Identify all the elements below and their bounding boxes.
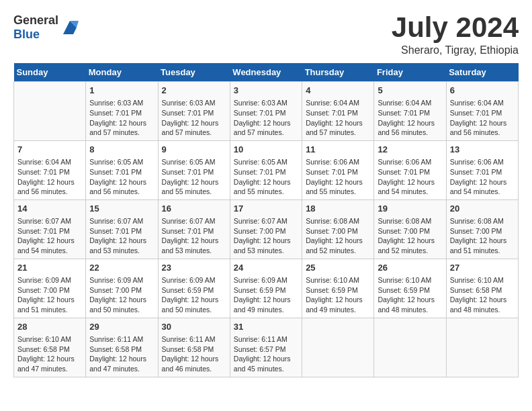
calendar-cell: 6Sunrise: 6:04 AM Sunset: 7:01 PM Daylig… <box>446 82 518 141</box>
calendar-cell <box>14 82 86 141</box>
day-info: Sunrise: 6:10 AM Sunset: 6:58 PM Dayligh… <box>17 334 82 374</box>
calendar-cell: 9Sunrise: 6:05 AM Sunset: 7:01 PM Daylig… <box>158 140 230 199</box>
day-number: 1 <box>89 85 154 97</box>
day-info: Sunrise: 6:06 AM Sunset: 7:01 PM Dayligh… <box>306 157 370 197</box>
day-info: Sunrise: 6:11 AM Sunset: 6:58 PM Dayligh… <box>162 334 226 374</box>
day-number: 3 <box>234 85 298 97</box>
day-info: Sunrise: 6:07 AM Sunset: 7:01 PM Dayligh… <box>162 216 226 256</box>
day-number: 30 <box>162 321 226 333</box>
day-number: 2 <box>162 85 226 97</box>
calendar-cell: 7Sunrise: 6:04 AM Sunset: 7:01 PM Daylig… <box>14 140 86 199</box>
day-number: 13 <box>450 144 515 156</box>
calendar-week-5: 28Sunrise: 6:10 AM Sunset: 6:58 PM Dayli… <box>14 318 519 377</box>
day-number: 25 <box>306 262 370 274</box>
logo: General Blue <box>13 13 80 42</box>
calendar-cell: 8Sunrise: 6:05 AM Sunset: 7:01 PM Daylig… <box>86 140 158 199</box>
day-info: Sunrise: 6:06 AM Sunset: 7:01 PM Dayligh… <box>450 157 515 197</box>
calendar-cell: 20Sunrise: 6:08 AM Sunset: 7:00 PM Dayli… <box>446 199 518 259</box>
day-info: Sunrise: 6:03 AM Sunset: 7:01 PM Dayligh… <box>89 98 154 138</box>
day-info: Sunrise: 6:03 AM Sunset: 7:01 PM Dayligh… <box>234 98 298 138</box>
day-number: 5 <box>378 85 442 97</box>
col-thursday: Thursday <box>302 63 374 82</box>
logo-text: General Blue <box>13 13 58 42</box>
calendar-cell: 16Sunrise: 6:07 AM Sunset: 7:01 PM Dayli… <box>158 199 230 259</box>
col-monday: Monday <box>86 63 158 82</box>
logo-general: General <box>13 13 58 27</box>
col-wednesday: Wednesday <box>230 63 302 82</box>
day-number: 23 <box>162 262 226 274</box>
day-info: Sunrise: 6:04 AM Sunset: 7:01 PM Dayligh… <box>378 98 442 138</box>
logo-icon <box>60 17 80 38</box>
day-info: Sunrise: 6:10 AM Sunset: 6:59 PM Dayligh… <box>306 275 370 315</box>
day-info: Sunrise: 6:11 AM Sunset: 6:58 PM Dayligh… <box>89 334 154 374</box>
calendar-body: 1Sunrise: 6:03 AM Sunset: 7:01 PM Daylig… <box>14 82 519 377</box>
day-info: Sunrise: 6:10 AM Sunset: 6:59 PM Dayligh… <box>378 275 442 315</box>
day-info: Sunrise: 6:04 AM Sunset: 7:01 PM Dayligh… <box>306 98 370 138</box>
day-info: Sunrise: 6:04 AM Sunset: 7:01 PM Dayligh… <box>450 98 515 138</box>
calendar-cell: 13Sunrise: 6:06 AM Sunset: 7:01 PM Dayli… <box>446 140 518 199</box>
day-number: 29 <box>89 321 154 333</box>
day-number: 16 <box>162 203 226 215</box>
col-sunday: Sunday <box>14 63 86 82</box>
day-number: 6 <box>450 85 515 97</box>
calendar-cell: 1Sunrise: 6:03 AM Sunset: 7:01 PM Daylig… <box>86 82 158 141</box>
day-info: Sunrise: 6:08 AM Sunset: 7:00 PM Dayligh… <box>378 216 442 256</box>
day-number: 26 <box>378 262 442 274</box>
day-number: 7 <box>17 144 82 156</box>
calendar-cell: 27Sunrise: 6:10 AM Sunset: 6:58 PM Dayli… <box>446 259 518 318</box>
calendar-cell: 28Sunrise: 6:10 AM Sunset: 6:58 PM Dayli… <box>14 318 86 377</box>
col-friday: Friday <box>374 63 446 82</box>
title-block: July 2024 Sheraro, Tigray, Ethiopia <box>392 13 519 56</box>
day-number: 18 <box>306 203 370 215</box>
calendar-cell: 14Sunrise: 6:07 AM Sunset: 7:01 PM Dayli… <box>14 199 86 259</box>
day-info: Sunrise: 6:05 AM Sunset: 7:01 PM Dayligh… <box>89 157 154 197</box>
header-row: Sunday Monday Tuesday Wednesday Thursday… <box>14 63 519 82</box>
calendar-cell: 3Sunrise: 6:03 AM Sunset: 7:01 PM Daylig… <box>230 82 302 141</box>
calendar-cell: 25Sunrise: 6:10 AM Sunset: 6:59 PM Dayli… <box>302 259 374 318</box>
calendar-table: Sunday Monday Tuesday Wednesday Thursday… <box>13 63 519 377</box>
day-info: Sunrise: 6:10 AM Sunset: 6:58 PM Dayligh… <box>450 275 515 315</box>
day-number: 28 <box>17 321 82 333</box>
day-number: 10 <box>234 144 298 156</box>
day-number: 4 <box>306 85 370 97</box>
day-info: Sunrise: 6:07 AM Sunset: 7:01 PM Dayligh… <box>17 216 82 256</box>
calendar-cell: 10Sunrise: 6:05 AM Sunset: 7:01 PM Dayli… <box>230 140 302 199</box>
calendar-cell: 11Sunrise: 6:06 AM Sunset: 7:01 PM Dayli… <box>302 140 374 199</box>
calendar-cell: 30Sunrise: 6:11 AM Sunset: 6:58 PM Dayli… <box>158 318 230 377</box>
day-number: 9 <box>162 144 226 156</box>
day-info: Sunrise: 6:07 AM Sunset: 7:01 PM Dayligh… <box>89 216 154 256</box>
calendar-cell <box>302 318 374 377</box>
day-number: 20 <box>450 203 515 215</box>
day-info: Sunrise: 6:08 AM Sunset: 7:00 PM Dayligh… <box>306 216 370 256</box>
subtitle: Sheraro, Tigray, Ethiopia <box>392 44 519 56</box>
page-header: General Blue July 2024 Sheraro, Tigray, … <box>13 13 519 56</box>
day-number: 15 <box>89 203 154 215</box>
calendar-cell: 15Sunrise: 6:07 AM Sunset: 7:01 PM Dayli… <box>86 199 158 259</box>
day-info: Sunrise: 6:05 AM Sunset: 7:01 PM Dayligh… <box>162 157 226 197</box>
day-info: Sunrise: 6:04 AM Sunset: 7:01 PM Dayligh… <box>17 157 82 197</box>
calendar-cell: 26Sunrise: 6:10 AM Sunset: 6:59 PM Dayli… <box>374 259 446 318</box>
calendar-cell: 29Sunrise: 6:11 AM Sunset: 6:58 PM Dayli… <box>86 318 158 377</box>
day-number: 31 <box>234 321 298 333</box>
day-info: Sunrise: 6:06 AM Sunset: 7:01 PM Dayligh… <box>378 157 442 197</box>
calendar-cell: 24Sunrise: 6:09 AM Sunset: 6:59 PM Dayli… <box>230 259 302 318</box>
day-info: Sunrise: 6:08 AM Sunset: 7:00 PM Dayligh… <box>450 216 515 256</box>
day-number: 11 <box>306 144 370 156</box>
calendar-cell: 22Sunrise: 6:09 AM Sunset: 7:00 PM Dayli… <box>86 259 158 318</box>
day-info: Sunrise: 6:07 AM Sunset: 7:00 PM Dayligh… <box>234 216 298 256</box>
calendar-cell: 12Sunrise: 6:06 AM Sunset: 7:01 PM Dayli… <box>374 140 446 199</box>
col-tuesday: Tuesday <box>158 63 230 82</box>
day-number: 17 <box>234 203 298 215</box>
day-number: 12 <box>378 144 442 156</box>
calendar-week-4: 21Sunrise: 6:09 AM Sunset: 7:00 PM Dayli… <box>14 259 519 318</box>
calendar-week-2: 7Sunrise: 6:04 AM Sunset: 7:01 PM Daylig… <box>14 140 519 199</box>
calendar-cell: 21Sunrise: 6:09 AM Sunset: 7:00 PM Dayli… <box>14 259 86 318</box>
main-title: July 2024 <box>392 13 519 42</box>
day-number: 22 <box>89 262 154 274</box>
day-number: 19 <box>378 203 442 215</box>
day-number: 21 <box>17 262 82 274</box>
day-number: 14 <box>17 203 82 215</box>
calendar-week-1: 1Sunrise: 6:03 AM Sunset: 7:01 PM Daylig… <box>14 82 519 141</box>
day-info: Sunrise: 6:11 AM Sunset: 6:57 PM Dayligh… <box>234 334 298 374</box>
day-info: Sunrise: 6:09 AM Sunset: 7:00 PM Dayligh… <box>89 275 154 315</box>
